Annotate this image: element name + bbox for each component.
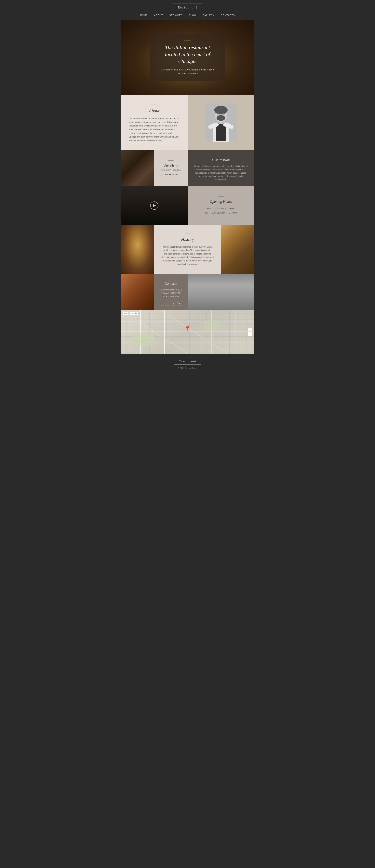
passion-text: We want to share our passion for the exc… — [194, 164, 248, 181]
contacts-right-photo — [188, 274, 254, 310]
map-roads — [121, 310, 254, 353]
hero-phone: Tel: 800-2345-6789 — [177, 72, 198, 74]
nav-contacts[interactable]: CONTACTS — [221, 14, 235, 18]
about-divider — [151, 104, 158, 105]
menu-subtitle: THE BEST DISHES — [161, 169, 181, 171]
svg-rect-21 — [131, 334, 155, 346]
opening-hours-2: Sat — Sun: 11:30am — 11:30pm — [205, 211, 237, 215]
contacts-address: 28 Jackson Blvd Ste 1020 Chicago IL 6060… — [158, 288, 184, 299]
menu-row: Our Menu THE BEST DISHES DISCOVER NOW! →… — [121, 150, 254, 186]
menu-arrow-icon: → — [180, 174, 182, 176]
history-divider — [185, 233, 190, 234]
passion-block: Our Passion We want to share our passion… — [188, 150, 254, 186]
about-title: About — [149, 108, 160, 114]
history-left-photo — [121, 225, 154, 274]
about-left: About Our family has been in the restaur… — [121, 95, 188, 150]
svg-point-10 — [222, 114, 224, 116]
menu-center-block: Our Menu THE BEST DISHES DISCOVER NOW! → — [154, 150, 188, 186]
menu-discover-text: DISCOVER NOW! — [160, 174, 178, 176]
svg-rect-22 — [204, 322, 219, 330]
contacts-title: Contacts — [165, 282, 177, 286]
youtube-icon[interactable]: ▶ — [177, 301, 182, 305]
hero-address-text: 28 Jackson Blvd Ste 1020 Chicago IL 6060… — [161, 68, 214, 71]
contacts-phone: Tel: 800-2345-6789 — [162, 296, 179, 298]
contacts-block: Contacts 28 Jackson Blvd Ste 1020 Chicag… — [154, 274, 188, 310]
footer-logo-box: Restaurant — [174, 358, 201, 365]
twitter-icon[interactable]: t — [166, 301, 170, 305]
main-nav: HOME ABOUT SERVICES BLOG GALLERY CONTACT… — [121, 14, 254, 20]
map-btn[interactable]: Map — [123, 312, 129, 315]
history-center: History Our Restaurant was established i… — [154, 225, 221, 274]
about-text: Our family has been in the restaurant bu… — [129, 117, 180, 143]
history-section: History Our Restaurant was established i… — [121, 225, 254, 274]
svg-point-9 — [217, 114, 219, 116]
facebook-icon[interactable]: f — [160, 301, 164, 305]
map-controls: Map Satellite — [123, 312, 139, 315]
footer-copyright: © 2016, Privacy Policy — [121, 367, 254, 369]
header: Restaurant HOME ABOUT SERVICES BLOG GALL… — [121, 0, 254, 20]
social-links: f t g+ ▶ — [160, 301, 182, 305]
menu-restaurant-photo — [121, 150, 154, 186]
menu-title: Our Menu — [164, 163, 178, 167]
about-chef-photo — [188, 95, 254, 150]
history-title: History — [181, 237, 194, 242]
opening-row: Opening Hours Mon — Fri: 4:30pm — 10pm S… — [121, 186, 254, 225]
zoom-in-btn[interactable]: + — [248, 328, 252, 332]
hero-divider — [184, 40, 191, 40]
footer: Restaurant © 2016, Privacy Policy — [121, 353, 254, 372]
hero-address: 28 Jackson Blvd Ste 1020 Chicago IL 6060… — [160, 68, 215, 75]
map-pin: 📍 — [184, 326, 191, 332]
nav-blog[interactable]: BLOG — [189, 14, 196, 18]
svg-point-6 — [216, 115, 225, 121]
contacts-row: Contacts 28 Jackson Blvd Ste 1020 Chicag… — [121, 274, 254, 310]
menu-divider — [168, 160, 174, 161]
hero-next-arrow[interactable]: › — [247, 53, 252, 61]
map-zoom-controls: + − — [248, 328, 252, 336]
nav-about[interactable]: ABOUT — [154, 14, 163, 18]
chef-illustration — [205, 103, 237, 142]
satellite-btn[interactable]: Satellite — [130, 312, 139, 315]
nav-services[interactable]: SERVICES — [169, 14, 182, 18]
hero-title: The Italian restaurant located in the he… — [160, 44, 215, 65]
google-plus-icon[interactable]: g+ — [172, 301, 176, 305]
map-section[interactable]: 📍 Map Satellite + − — [121, 310, 254, 353]
about-section: About Our family has been in the restaur… — [121, 95, 254, 150]
svg-point-5 — [214, 106, 228, 115]
logo-text: Restaurant — [178, 5, 197, 9]
logo-box: Restaurant — [172, 4, 203, 11]
nav-home[interactable]: HOME — [140, 14, 148, 18]
nav-gallery[interactable]: GALLERY — [202, 14, 214, 18]
hero-prev-arrow[interactable]: ‹ — [123, 53, 128, 61]
passion-title: Our Passion — [212, 158, 230, 162]
contacts-left-photo — [121, 274, 154, 310]
video-block[interactable] — [121, 186, 188, 225]
history-text: Our Restaurant was established in May, 2… — [161, 245, 214, 266]
opening-title: Opening Hours — [210, 200, 232, 204]
opening-hours-block: Opening Hours Mon — Fri: 4:30pm — 10pm S… — [188, 186, 254, 225]
menu-discover-link[interactable]: DISCOVER NOW! → — [160, 174, 182, 176]
hero-content: The Italian restaurant located in the he… — [150, 34, 225, 81]
play-button[interactable] — [150, 202, 159, 210]
history-right-photo — [221, 225, 254, 274]
hero-section: ‹ The Italian restaurant located in the … — [121, 20, 254, 95]
zoom-out-btn[interactable]: − — [248, 332, 252, 336]
contacts-address-text: 28 Jackson Blvd Ste 1020 Chicago IL 6060… — [160, 289, 182, 294]
opening-hours-1: Mon — Fri: 4:30pm — 10pm — [207, 207, 235, 211]
footer-logo-text: Restaurant — [178, 360, 196, 363]
